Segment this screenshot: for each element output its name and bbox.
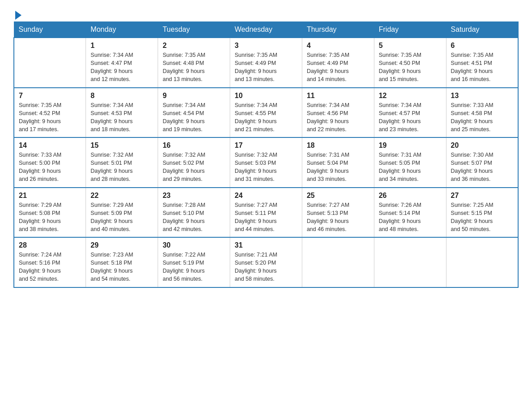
day-cell: 20Sunrise: 7:30 AMSunset: 5:07 PMDayligh… <box>446 137 518 188</box>
day-cell: 8Sunrise: 7:34 AMSunset: 4:53 PMDaylight… <box>86 88 158 138</box>
day-number: 11 <box>307 92 369 100</box>
day-info: Sunrise: 7:23 AMSunset: 5:18 PMDaylight:… <box>90 251 153 283</box>
day-cell: 29Sunrise: 7:23 AMSunset: 5:18 PMDayligh… <box>86 237 158 287</box>
day-info: Sunrise: 7:26 AMSunset: 5:14 PMDaylight:… <box>379 201 442 234</box>
day-cell <box>446 237 518 287</box>
calendar-header-row: SundayMondayTuesdayWednesdayThursdayFrid… <box>14 22 518 38</box>
day-info: Sunrise: 7:31 AMSunset: 5:05 PMDaylight:… <box>379 151 442 184</box>
week-row-3: 14Sunrise: 7:33 AMSunset: 5:00 PMDayligh… <box>14 137 518 188</box>
day-number: 15 <box>90 141 153 150</box>
day-info: Sunrise: 7:22 AMSunset: 5:19 PMDaylight:… <box>163 251 225 283</box>
day-number: 12 <box>379 92 442 100</box>
day-info: Sunrise: 7:35 AMSunset: 4:50 PMDaylight:… <box>379 51 442 84</box>
day-info: Sunrise: 7:35 AMSunset: 4:51 PMDaylight:… <box>451 51 513 84</box>
day-cell: 28Sunrise: 7:24 AMSunset: 5:16 PMDayligh… <box>14 237 86 287</box>
day-number: 19 <box>379 141 442 150</box>
day-cell: 24Sunrise: 7:27 AMSunset: 5:11 PMDayligh… <box>230 188 302 238</box>
day-cell: 4Sunrise: 7:35 AMSunset: 4:49 PMDaylight… <box>302 38 374 88</box>
day-number: 27 <box>451 192 513 200</box>
day-info: Sunrise: 7:35 AMSunset: 4:49 PMDaylight:… <box>307 51 369 84</box>
day-number: 6 <box>451 42 513 50</box>
day-info: Sunrise: 7:32 AMSunset: 5:01 PMDaylight:… <box>90 151 153 184</box>
day-number: 7 <box>19 92 81 100</box>
day-info: Sunrise: 7:34 AMSunset: 4:47 PMDaylight:… <box>90 51 153 84</box>
logo <box>13 9 21 17</box>
day-cell: 25Sunrise: 7:27 AMSunset: 5:13 PMDayligh… <box>302 188 374 238</box>
day-number: 3 <box>235 42 297 50</box>
day-info: Sunrise: 7:34 AMSunset: 4:53 PMDaylight:… <box>90 101 153 134</box>
day-number: 30 <box>163 241 225 249</box>
column-header-saturday: Saturday <box>446 22 518 38</box>
day-cell: 30Sunrise: 7:22 AMSunset: 5:19 PMDayligh… <box>158 237 230 287</box>
day-cell: 10Sunrise: 7:34 AMSunset: 4:55 PMDayligh… <box>230 88 302 138</box>
day-cell: 2Sunrise: 7:35 AMSunset: 4:48 PMDaylight… <box>158 38 230 88</box>
day-info: Sunrise: 7:35 AMSunset: 4:52 PMDaylight:… <box>19 101 81 134</box>
column-header-tuesday: Tuesday <box>158 22 230 38</box>
day-number: 18 <box>307 141 369 150</box>
day-cell: 31Sunrise: 7:21 AMSunset: 5:20 PMDayligh… <box>230 237 302 287</box>
day-number: 22 <box>90 192 153 200</box>
day-cell: 15Sunrise: 7:32 AMSunset: 5:01 PMDayligh… <box>86 137 158 188</box>
day-cell: 1Sunrise: 7:34 AMSunset: 4:47 PMDaylight… <box>86 38 158 88</box>
day-info: Sunrise: 7:27 AMSunset: 5:13 PMDaylight:… <box>307 201 369 234</box>
day-number: 1 <box>90 42 153 50</box>
day-cell: 12Sunrise: 7:34 AMSunset: 4:57 PMDayligh… <box>374 88 446 138</box>
day-info: Sunrise: 7:31 AMSunset: 5:04 PMDaylight:… <box>307 151 369 184</box>
day-number: 24 <box>235 192 297 200</box>
day-number: 4 <box>307 42 369 50</box>
day-info: Sunrise: 7:34 AMSunset: 4:56 PMDaylight:… <box>307 101 369 134</box>
day-cell: 22Sunrise: 7:29 AMSunset: 5:09 PMDayligh… <box>86 188 158 238</box>
day-info: Sunrise: 7:27 AMSunset: 5:11 PMDaylight:… <box>235 201 297 234</box>
column-header-monday: Monday <box>86 22 158 38</box>
column-header-thursday: Thursday <box>302 22 374 38</box>
column-header-sunday: Sunday <box>14 22 86 38</box>
day-cell: 3Sunrise: 7:35 AMSunset: 4:49 PMDaylight… <box>230 38 302 88</box>
day-cell: 11Sunrise: 7:34 AMSunset: 4:56 PMDayligh… <box>302 88 374 138</box>
week-row-2: 7Sunrise: 7:35 AMSunset: 4:52 PMDaylight… <box>14 88 518 138</box>
day-cell: 16Sunrise: 7:32 AMSunset: 5:02 PMDayligh… <box>158 137 230 188</box>
day-info: Sunrise: 7:24 AMSunset: 5:16 PMDaylight:… <box>19 251 81 283</box>
day-number: 31 <box>235 241 297 249</box>
day-number: 16 <box>163 141 225 150</box>
day-cell: 21Sunrise: 7:29 AMSunset: 5:08 PMDayligh… <box>14 188 86 238</box>
day-info: Sunrise: 7:33 AMSunset: 5:00 PMDaylight:… <box>19 151 81 184</box>
day-info: Sunrise: 7:33 AMSunset: 4:58 PMDaylight:… <box>451 101 513 134</box>
day-cell: 9Sunrise: 7:34 AMSunset: 4:54 PMDaylight… <box>158 88 230 138</box>
day-info: Sunrise: 7:29 AMSunset: 5:08 PMDaylight:… <box>19 201 81 234</box>
day-info: Sunrise: 7:35 AMSunset: 4:48 PMDaylight:… <box>163 51 225 84</box>
day-info: Sunrise: 7:29 AMSunset: 5:09 PMDaylight:… <box>90 201 153 234</box>
day-cell: 17Sunrise: 7:32 AMSunset: 5:03 PMDayligh… <box>230 137 302 188</box>
day-number: 17 <box>235 141 297 150</box>
day-number: 2 <box>163 42 225 50</box>
day-cell: 27Sunrise: 7:25 AMSunset: 5:15 PMDayligh… <box>446 188 518 238</box>
day-cell: 6Sunrise: 7:35 AMSunset: 4:51 PMDaylight… <box>446 38 518 88</box>
day-number: 20 <box>451 141 513 150</box>
day-info: Sunrise: 7:34 AMSunset: 4:57 PMDaylight:… <box>379 101 442 134</box>
day-number: 23 <box>163 192 225 200</box>
day-cell: 18Sunrise: 7:31 AMSunset: 5:04 PMDayligh… <box>302 137 374 188</box>
day-number: 8 <box>90 92 153 100</box>
week-row-5: 28Sunrise: 7:24 AMSunset: 5:16 PMDayligh… <box>14 237 518 287</box>
day-info: Sunrise: 7:34 AMSunset: 4:54 PMDaylight:… <box>163 101 225 134</box>
day-cell <box>302 237 374 287</box>
day-info: Sunrise: 7:32 AMSunset: 5:03 PMDaylight:… <box>235 151 297 184</box>
day-info: Sunrise: 7:21 AMSunset: 5:20 PMDaylight:… <box>235 251 297 283</box>
day-cell: 26Sunrise: 7:26 AMSunset: 5:14 PMDayligh… <box>374 188 446 238</box>
page-header <box>13 9 519 17</box>
day-info: Sunrise: 7:28 AMSunset: 5:10 PMDaylight:… <box>163 201 225 234</box>
day-number: 29 <box>90 241 153 249</box>
day-number: 21 <box>19 192 81 200</box>
column-header-wednesday: Wednesday <box>230 22 302 38</box>
day-info: Sunrise: 7:34 AMSunset: 4:55 PMDaylight:… <box>235 101 297 134</box>
day-number: 5 <box>379 42 442 50</box>
day-info: Sunrise: 7:30 AMSunset: 5:07 PMDaylight:… <box>451 151 513 184</box>
day-number: 28 <box>19 241 81 249</box>
day-cell: 23Sunrise: 7:28 AMSunset: 5:10 PMDayligh… <box>158 188 230 238</box>
day-info: Sunrise: 7:25 AMSunset: 5:15 PMDaylight:… <box>451 201 513 234</box>
calendar-table: SundayMondayTuesdayWednesdayThursdayFrid… <box>13 21 519 288</box>
day-number: 10 <box>235 92 297 100</box>
day-cell <box>14 38 86 88</box>
day-cell: 5Sunrise: 7:35 AMSunset: 4:50 PMDaylight… <box>374 38 446 88</box>
week-row-1: 1Sunrise: 7:34 AMSunset: 4:47 PMDaylight… <box>14 38 518 88</box>
day-cell: 14Sunrise: 7:33 AMSunset: 5:00 PMDayligh… <box>14 137 86 188</box>
